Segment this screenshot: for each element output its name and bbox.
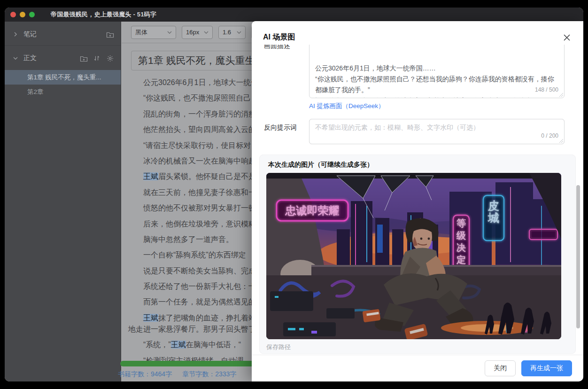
dialog-body: 画面描述 公元3026年6月1日，地球大一统帝国…… “你这贱民，也不撒泡尿照照… — [252, 45, 577, 355]
chevron-down-icon — [204, 31, 209, 34]
minimize-window-button[interactable] — [20, 12, 25, 17]
generated-scene-image[interactable]: 等级决定命运 皮城 虫斯帝耀 — [266, 173, 561, 339]
gear-icon[interactable] — [106, 54, 114, 62]
font-size-select[interactable]: 16px — [182, 26, 213, 39]
chevron-down-icon — [167, 31, 172, 34]
status-bar: 书籍字数：9464字 章节字数：2333字 — [118, 370, 236, 379]
chapter-list: 第1章 贱民不死，魔头重...第2章 — [5, 70, 121, 99]
font-size-value: 16px — [186, 29, 199, 36]
window-title: 帝国最强贱民，史上最强魔头 - 51码字 — [51, 10, 156, 19]
sidebar-notes-row[interactable]: 笔记 — [5, 25, 121, 43]
scene-description-textarea[interactable]: 公元3026年6月1日，地球大一统帝国…… “你这贱民，也不撒泡尿照照自己？还想… — [309, 45, 565, 98]
chevron-down-icon — [237, 31, 241, 34]
new-folder-icon[interactable] — [79, 54, 88, 62]
window-titlebar: 帝国最强贱民，史上最强魔头 - 51码字 — [5, 8, 583, 22]
dialog-header: AI 场景图 — [252, 21, 583, 45]
character-name-highlight: 王斌 — [171, 341, 186, 349]
new-folder-icon[interactable] — [106, 30, 114, 39]
close-icon[interactable] — [563, 33, 571, 42]
save-path-label: 保存路径 — [266, 343, 291, 351]
chevron-right-icon — [11, 30, 20, 39]
close-button[interactable]: 关闭 — [485, 360, 516, 376]
ai-scene-image-dialog: AI 场景图 画面描述 公元3026年6月1日，地球大一统帝国…… “你这贱民，… — [252, 21, 583, 381]
regenerate-button[interactable]: 再生成一张 — [521, 360, 572, 376]
modal-scrollbar-thumb[interactable] — [576, 185, 580, 328]
chevron-down-icon — [11, 54, 20, 62]
negative-counter: 0 / 200 — [541, 131, 558, 141]
sidebar-divider — [5, 45, 121, 46]
sidebar-notes-label: 笔记 — [23, 30, 37, 39]
line-height-value: 1.6 — [223, 29, 231, 36]
dialog-title: AI 场景图 — [263, 32, 295, 42]
generated-images-label: 本次生成的图片（可继续生成多张） — [268, 161, 373, 169]
scene-description-text: 公元3026年6月1日，地球大一统帝国…… “你这贱民，也不撒泡尿照照自己？还想… — [315, 63, 558, 98]
zoom-window-button[interactable] — [29, 12, 35, 17]
sort-icon[interactable] — [93, 54, 101, 62]
sidebar: 笔记 正文 — [5, 22, 121, 381]
negative-prompt-field: 0 / 200 — [309, 119, 565, 144]
character-name-highlight: 王斌 — [143, 314, 158, 322]
character-name-highlight: 王斌 — [143, 172, 158, 180]
sidebar-section-label: 正文 — [23, 54, 37, 62]
resize-handle-icon[interactable] — [559, 93, 564, 97]
close-window-button[interactable] — [10, 12, 16, 17]
sidebar-section-row[interactable]: 正文 — [5, 49, 121, 67]
ai-refine-link[interactable]: AI 提炼画面（DeepSeek） — [309, 102, 385, 110]
chapter-title-text: 第1章 贱民不死，魔头重生 — [138, 54, 255, 67]
font-family-value: 黑体 — [135, 28, 147, 37]
screen: 帝国最强贱民，史上最强魔头 - 51码字 笔记 正文 — [0, 0, 588, 389]
negative-prompt-textarea[interactable] — [309, 119, 565, 144]
font-family-select[interactable]: 黑体 — [131, 26, 176, 39]
book-word-count: 书籍字数：9464字 — [118, 370, 172, 379]
description-label: 画面描述 — [264, 45, 290, 50]
chapter-word-count: 章节字数：2333字 — [182, 370, 236, 379]
cyberpunk-scene-illustration: 等级决定命运 皮城 虫斯帝耀 — [266, 173, 561, 339]
generated-images-panel: 本次生成的图片（可继续生成多张） — [259, 155, 576, 354]
description-counter: 148 / 500 — [535, 85, 558, 95]
negative-prompt-label: 反向提示词 — [264, 124, 297, 132]
sidebar-item-chapter[interactable]: 第2章 — [5, 85, 121, 99]
line-height-select[interactable]: 1.6 — [218, 26, 246, 39]
dialog-footer: 关闭 再生成一张 — [252, 355, 583, 381]
resize-handle-icon[interactable] — [559, 139, 564, 143]
sidebar-item-chapter[interactable]: 第1章 贱民不死，魔头重... — [5, 70, 121, 85]
app-window: 帝国最强贱民，史上最强魔头 - 51码字 笔记 正文 — [5, 8, 583, 381]
